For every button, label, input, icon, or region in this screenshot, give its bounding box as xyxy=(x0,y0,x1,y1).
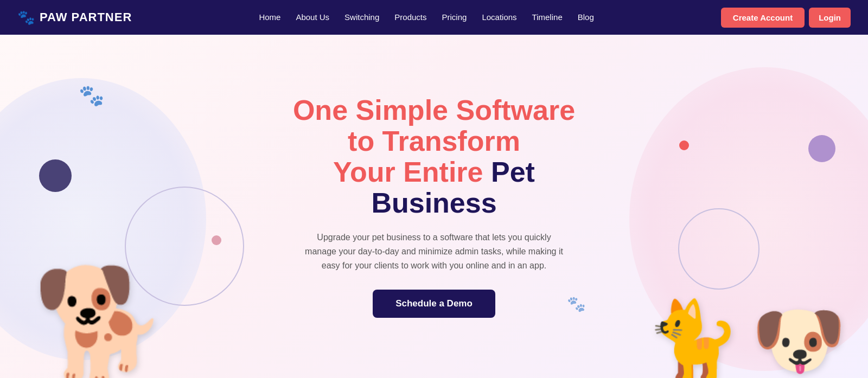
create-account-button[interactable]: Create Account xyxy=(721,8,805,28)
nav-link-pricing[interactable]: Pricing xyxy=(442,12,467,22)
hero-content: One Simple Software to Transform Your En… xyxy=(271,95,597,318)
hero-subtitle: Upgrade your pet business to a software … xyxy=(304,230,564,272)
logo[interactable]: 🐾 PAW PARTNER xyxy=(17,9,132,26)
deco-circle-pink-small xyxy=(212,235,221,245)
nav-link-switching[interactable]: Switching xyxy=(344,12,379,22)
nav-link-products[interactable]: Products xyxy=(394,12,426,22)
login-button[interactable]: Login xyxy=(809,8,851,28)
nav-links: Home About Us Switching Products Pricing… xyxy=(259,12,593,22)
spaniel-dog-image: 🐕 xyxy=(33,270,168,378)
hero-title-regular: Your Entire xyxy=(333,156,491,188)
nav-actions: Create Account Login xyxy=(721,8,851,28)
hero-section: 🐾 🐾 🐕 One Simple Software to Transform Y… xyxy=(0,35,868,378)
hero-title-line1: One Simple Software to Transform xyxy=(282,95,586,157)
nav-link-locations[interactable]: Locations xyxy=(482,12,516,22)
right-animals: 🐈 🐶 xyxy=(624,74,868,378)
nav-link-blog[interactable]: Blog xyxy=(578,12,594,22)
logo-text: PAW PARTNER xyxy=(40,10,132,24)
nav-link-about[interactable]: About Us xyxy=(296,12,329,22)
nav-link-timeline[interactable]: Timeline xyxy=(532,12,563,22)
schedule-demo-button[interactable]: Schedule a Demo xyxy=(373,290,495,318)
puppy-image: 🐶 xyxy=(751,302,846,378)
navbar: 🐾 PAW PARTNER Home About Us Switching Pr… xyxy=(0,0,868,35)
left-animal-dog: 🐕 xyxy=(0,53,201,378)
hero-title: One Simple Software to Transform Your En… xyxy=(282,95,586,219)
hero-title-line2: Your Entire Pet Business xyxy=(282,157,586,219)
cat-image: 🐈 xyxy=(646,302,741,378)
logo-icon: 🐾 xyxy=(17,9,35,26)
nav-link-home[interactable]: Home xyxy=(259,12,280,22)
